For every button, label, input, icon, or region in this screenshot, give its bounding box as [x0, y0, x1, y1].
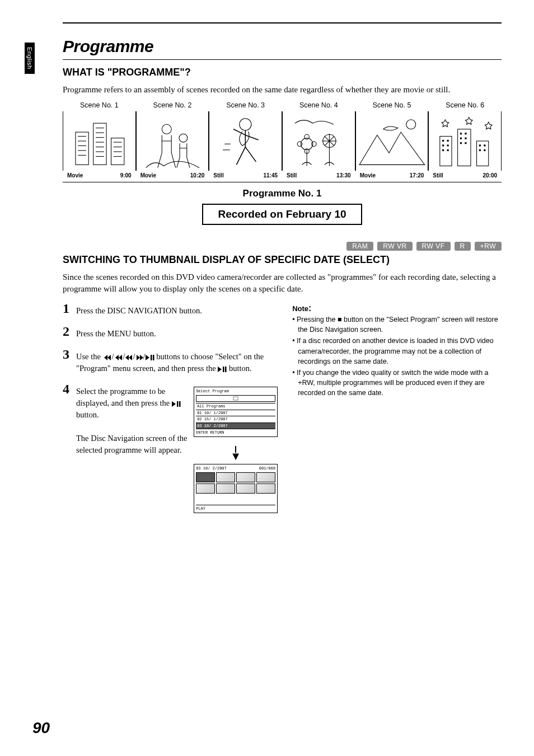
svg-point-28 [297, 142, 302, 146]
note-colon: : [308, 303, 311, 313]
svg-rect-58 [223, 367, 224, 372]
svg-rect-46 [460, 133, 462, 134]
step-3: 3 Use the //// buttons to choose "Select… [63, 348, 278, 374]
scene-label: Scene No. 3 [209, 101, 282, 109]
step-number: 1 [63, 302, 73, 317]
scenes-row: Scene No. 1 Movie9:00 Scene No. 2 [63, 101, 502, 179]
mountain-icon [356, 111, 428, 171]
thumbnail [216, 472, 235, 482]
svg-rect-61 [179, 401, 181, 407]
svg-point-36 [406, 120, 415, 129]
svg-rect-51 [465, 142, 467, 144]
step-2: 2 Press the MENU button. [63, 325, 278, 340]
scene-illustration [209, 111, 282, 171]
scene-type: Still [213, 172, 223, 179]
scene-type: Movie [360, 172, 376, 179]
prev-track-icon [103, 355, 112, 360]
svg-rect-60 [177, 401, 179, 407]
step-1: 1 Press the DISC NAVIGATION button. [63, 302, 278, 317]
next-track-icon [114, 355, 123, 360]
ui-footer-left: PLAY [196, 506, 205, 511]
scene-time: 20:00 [483, 172, 497, 179]
svg-rect-0 [76, 132, 88, 165]
page-number: 90 [32, 719, 50, 737]
scene-3: Scene No. 3 Still11:45 [209, 101, 282, 179]
scene-4: Scene No. 4 Still13:30 [282, 101, 355, 179]
svg-point-26 [312, 142, 316, 146]
scene-6: Scene No. 6 [428, 101, 502, 179]
scene-illustration [355, 111, 429, 171]
scene-type: Still [287, 172, 297, 179]
step-text: Press the DISC NAVIGATION button. [76, 302, 278, 317]
svg-point-25 [305, 134, 309, 139]
section2-body: Since the scenes recorded on this DVD vi… [63, 271, 502, 295]
play-pause-icon [146, 355, 154, 360]
select-program-screen: Select Program All Programs 01 10/ 1/200… [194, 387, 278, 437]
rewind-icon [125, 355, 133, 360]
ui-previews: Select Program All Programs 01 10/ 1/200… [194, 387, 278, 513]
step-number: 3 [63, 348, 73, 374]
scene-label: Scene No. 1 [63, 101, 136, 109]
svg-rect-37 [440, 137, 452, 166]
svg-rect-39 [477, 141, 489, 166]
scene-type: Still [433, 172, 443, 179]
buildings-icon [63, 111, 135, 171]
svg-rect-53 [484, 144, 486, 146]
section1-heading: WHAT IS "PROGRAMME"? [63, 67, 502, 78]
ui-title: Select Program [196, 389, 275, 393]
play-pause-icon [172, 401, 181, 407]
thumbnail [216, 483, 235, 494]
step-4: 4 Select the programme to be displayed, … [63, 382, 278, 513]
svg-point-21 [240, 119, 251, 130]
language-tab: English [25, 43, 35, 74]
svg-rect-56 [151, 355, 152, 360]
note-heading: Note [292, 304, 308, 313]
badge-ram: RAM [346, 242, 373, 251]
notes-column: Note: • Pressing the ■ button on the "Se… [292, 302, 502, 521]
svg-rect-43 [447, 144, 449, 146]
disc-navigation-screen: 03 10/ 2/2007 001/008 PLAY [194, 464, 278, 513]
svg-point-24 [301, 138, 313, 150]
format-badges: RAM RW VR RW VF R +RW [63, 241, 502, 251]
badge-rwvr: RW VR [377, 242, 412, 251]
svg-rect-40 [442, 140, 444, 142]
svg-rect-57 [153, 355, 154, 360]
scene-5: Scene No. 5 Movie17:20 [355, 101, 429, 179]
scene-time: 9:00 [120, 172, 132, 179]
scene-type: Movie [67, 172, 83, 179]
scene-label: Scene No. 6 [428, 101, 502, 109]
svg-rect-55 [484, 149, 486, 151]
thumbnail [236, 472, 255, 482]
svg-rect-50 [460, 142, 462, 144]
step-text: Use the //// buttons to choose "Select" … [76, 348, 278, 374]
thumbnail [196, 472, 215, 482]
recorded-date-box: Recorded on February 10 [202, 204, 362, 225]
note-item: • If a disc recorded on another device i… [292, 336, 502, 366]
scene-1: Scene No. 1 Movie9:00 [63, 101, 136, 179]
svg-rect-52 [479, 144, 481, 146]
title-underline [63, 59, 502, 60]
programme-number: Programme No. 1 [63, 188, 502, 199]
svg-rect-49 [465, 138, 467, 139]
badge-r: R [455, 242, 471, 251]
step-number: 4 [63, 382, 73, 513]
family-icon [137, 111, 209, 171]
svg-rect-62 [233, 397, 238, 400]
scene-illustration [136, 111, 209, 171]
section1-body: Programme refers to an assembly of scene… [63, 84, 502, 96]
scene-underline [63, 182, 502, 182]
svg-rect-45 [447, 149, 449, 151]
ui-buttons-row: ENTER RETURN [196, 429, 275, 435]
svg-rect-41 [447, 140, 449, 142]
svg-rect-54 [479, 149, 481, 151]
step-number: 2 [63, 325, 73, 340]
scene-time: 13:30 [336, 172, 351, 179]
movie-icon [233, 396, 238, 401]
note-item: • If you change the video quality or swi… [292, 368, 502, 398]
svg-rect-48 [460, 138, 462, 139]
scene-time: 10:20 [190, 172, 205, 179]
list-item: 01 10/ 1/2007 [196, 410, 275, 416]
top-rule [63, 22, 502, 24]
scene-type: Movie [140, 172, 156, 179]
fastforward-icon [135, 355, 143, 360]
